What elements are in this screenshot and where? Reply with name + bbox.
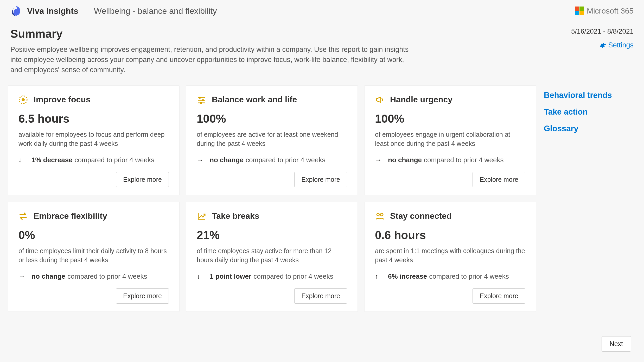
trend-arrow-icon: ↑ — [375, 272, 382, 280]
card-description: of time employees limit their daily acti… — [18, 246, 169, 265]
trend-change: 1% decrease — [31, 156, 73, 164]
card-trend: ↓1% decreasecompared to prior 4 weeks — [18, 156, 169, 164]
card-trend: ↓1 point lowercompared to prior 4 weeks — [197, 272, 347, 280]
card-trend: →no changecompared to prior 4 weeks — [18, 272, 169, 280]
explore-more-button[interactable]: Explore more — [473, 288, 525, 304]
settings-label: Settings — [608, 41, 634, 49]
trend-tail: compared to prior 4 weeks — [424, 156, 503, 164]
target-icon — [18, 95, 28, 104]
nav-link-take-action[interactable]: Take action — [544, 107, 612, 117]
trend-change: 6% increase — [388, 272, 427, 280]
trend-change: no change — [31, 272, 65, 280]
card-title: Balance work and life — [212, 95, 297, 104]
trend-tail: compared to prior 4 weeks — [246, 156, 325, 164]
nav-link-behavioral-trends[interactable]: Behavioral trends — [544, 91, 612, 100]
app-title: Viva Insights — [27, 6, 78, 16]
card-trend: →no changecompared to prior 4 weeks — [375, 156, 525, 164]
explore-more-button[interactable]: Explore more — [294, 172, 347, 187]
nav-link-glossary[interactable]: Glossary — [544, 124, 612, 133]
ms365-label: Microsoft 365 — [587, 7, 634, 15]
cards-grid: Improve focus6.5 hoursavailable for empl… — [8, 85, 536, 312]
settings-link[interactable]: Settings — [599, 41, 634, 49]
card-stay-connected: Stay connected0.6 hoursare spent in 1:1 … — [364, 202, 536, 312]
trend-arrow-icon: → — [18, 272, 25, 280]
sliders-icon — [197, 95, 206, 104]
trend-tail: compared to prior 4 weeks — [75, 156, 154, 164]
explore-more-button[interactable]: Explore more — [473, 172, 525, 187]
svg-point-9 — [380, 213, 383, 216]
card-title: Embrace flexibility — [34, 211, 107, 221]
trend-tail: compared to prior 4 weeks — [429, 272, 509, 280]
chart-icon — [197, 211, 206, 221]
right-nav: Behavioral trendsTake actionGlossary — [544, 85, 612, 312]
card-description: available for employees to focus and per… — [18, 130, 169, 148]
summary-title: Summary — [10, 27, 571, 40]
card-trend: →no changecompared to prior 4 weeks — [197, 156, 347, 164]
card-embrace-flexibility: Embrace flexibility0%of time employees l… — [8, 202, 180, 312]
megaphone-icon — [375, 95, 384, 104]
viva-insights-icon — [10, 5, 22, 17]
ms365-icon — [575, 7, 584, 15]
trend-change: 1 point lower — [210, 272, 251, 280]
app-header: Viva Insights Wellbeing - balance and fl… — [0, 0, 644, 22]
card-metric: 100% — [375, 112, 525, 125]
gear-icon — [599, 42, 606, 49]
explore-more-button[interactable]: Explore more — [294, 288, 347, 304]
card-title: Improve focus — [34, 95, 91, 104]
trend-tail: compared to prior 4 weeks — [253, 272, 333, 280]
trend-arrow-icon: → — [375, 156, 382, 164]
card-improve-focus: Improve focus6.5 hoursavailable for empl… — [8, 85, 180, 195]
card-take-breaks: Take breaks21%of time employees stay act… — [186, 202, 358, 312]
card-handle-urgency: Handle urgency100%of employees engage in… — [364, 85, 536, 195]
card-description: of employees are active for at least one… — [197, 130, 347, 148]
trend-change: no change — [388, 156, 422, 164]
card-title: Take breaks — [212, 211, 259, 221]
card-metric: 0.6 hours — [375, 229, 525, 242]
card-metric: 21% — [197, 229, 347, 242]
swap-icon — [18, 211, 28, 221]
summary-description: Positive employee wellbeing improves eng… — [10, 45, 414, 75]
trend-arrow-icon: ↓ — [18, 156, 25, 164]
ms365-logo: Microsoft 365 — [575, 7, 634, 15]
svg-point-1 — [22, 98, 25, 101]
trend-arrow-icon: ↓ — [197, 272, 203, 280]
explore-more-button[interactable]: Explore more — [116, 172, 169, 187]
trend-change: no change — [210, 156, 244, 164]
next-button[interactable]: Next — [602, 336, 631, 352]
svg-point-3 — [199, 97, 201, 99]
card-metric: 6.5 hours — [18, 112, 169, 125]
svg-point-8 — [377, 213, 379, 216]
card-title: Handle urgency — [390, 95, 452, 104]
content-area: Improve focus6.5 hoursavailable for empl… — [0, 80, 644, 317]
card-metric: 100% — [197, 112, 347, 125]
date-range: 5/16/2021 - 8/8/2021 — [571, 27, 634, 35]
svg-point-5 — [202, 99, 204, 101]
card-description: are spent in 1:1 meetings with colleague… — [375, 246, 525, 265]
trend-arrow-icon: → — [197, 156, 203, 164]
card-balance-work-and-life: Balance work and life100%of employees ar… — [186, 85, 358, 195]
subheader: Summary Positive employee wellbeing impr… — [0, 22, 644, 80]
trend-tail: compared to prior 4 weeks — [67, 272, 147, 280]
card-metric: 0% — [18, 229, 169, 242]
footer: Next — [602, 336, 631, 352]
card-description: of time employees stay active for more t… — [197, 246, 347, 265]
people-icon — [375, 211, 384, 221]
explore-more-button[interactable]: Explore more — [116, 288, 169, 304]
card-title: Stay connected — [390, 211, 452, 221]
card-trend: ↑6% increasecompared to prior 4 weeks — [375, 272, 525, 280]
card-description: of employees engage in urgent collaborat… — [375, 130, 525, 148]
svg-point-7 — [200, 102, 202, 104]
page-title: Wellbeing - balance and flexibility — [94, 6, 575, 16]
